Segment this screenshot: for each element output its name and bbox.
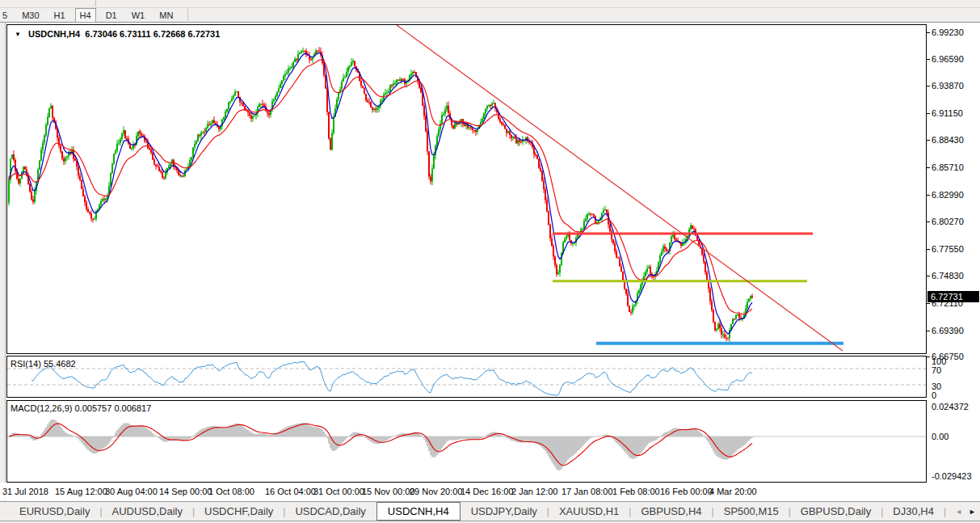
macd-histogram [9,420,752,470]
price-axis-tick [927,32,930,33]
price-axis-tick [927,356,930,357]
price-axis-tick [927,195,930,196]
chart-ohlc-values: 6.73046 6.73111 6.72668 6.72731 [85,29,220,39]
price-axis-label: 6.99230 [932,27,964,37]
macd-label: MACD(12,26,9) 0.005757 0.006817 [11,403,151,413]
timeframe-button-m30[interactable]: M30 [17,8,44,23]
time-axis-label: 16 Feb 00:00 [660,487,713,496]
trading-platform-window: 5M30H1H4D1W1MN ▼ USDCNH,H4 6.73046 6.731… [0,0,980,523]
tab-usdcad-daily[interactable]: USDCAD,Daily [286,503,374,520]
price-axis-tick [927,86,930,86]
tab-gbpusd-h4[interactable]: GBPUSD,H4 [632,503,710,520]
time-axis-label: 31 Oct 00:00 [313,487,364,496]
rsi-chart-canvas [7,356,926,397]
timeframe-button-h4[interactable]: H4 [75,8,96,23]
timeframe-button-w1[interactable]: W1 [127,8,150,23]
ma-slow-line [9,60,752,314]
price-axis-label: 6.80270 [932,217,964,226]
scroll-tabs-right-icon[interactable]: ► [969,508,976,516]
chart-tab-bar: EURUSD,Daily|AUDUSD,Daily|USDCHF,Daily|U… [0,501,980,521]
time-axis-label: 1 Feb 08:00 [612,487,660,496]
price-axis-tick [927,331,930,331]
price-axis-label: 6.82990 [932,190,964,200]
timeframe-button-mn[interactable]: MN [154,8,178,23]
tab-sp500-m15[interactable]: SP500,M15 [715,503,788,520]
timeframe-toolbar: 5M30H1H4D1W1MN [0,0,980,23]
time-axis-label: 30 Aug 04:00 [105,487,158,496]
tab-usdchf-daily[interactable]: USDCHF,Daily [196,503,282,520]
chart-symbol-label: USDCNH,H4 [28,29,80,39]
macd-chart-canvas [7,401,926,482]
time-axis-label: 4 Mar 20:00 [709,487,757,496]
tab-dj30-h4[interactable]: DJ30,H4 [884,503,943,520]
chart-tabs: EURUSD,Daily|AUDUSD,Daily|USDCHF,Daily|U… [0,502,955,521]
tab-gbpusd-daily[interactable]: GBPUSD,Daily [792,503,880,520]
price-axis-tick [927,221,930,222]
tab-xauusd-h1[interactable]: XAUUSD,H1 [550,503,628,520]
rsi-axis-label: 70 [932,365,941,375]
timeframe-button-h1[interactable]: H1 [49,8,70,23]
price-axis-tick [927,249,930,250]
price-axis-label: 6.96590 [932,54,964,64]
down-candle-bodies [14,51,752,339]
time-axis-label: 17 Jan 08:00 [562,487,613,496]
time-axis-label: 16 Oct 04:00 [265,487,316,496]
tab-usdcnh-h4[interactable]: USDCNH,H4 [376,502,461,521]
price-axis-tick [927,303,930,304]
time-axis-label: 2 Jan 12:00 [511,487,558,496]
time-axis-label: 29 Nov 20:00 [410,487,462,496]
macd-axis-label: 0.024372 [932,402,969,411]
rsi-indicator-panel[interactable]: RSI(14) 55.4682 [6,356,927,398]
time-axis-label: 15 Nov 00:00 [362,487,414,496]
price-axis-tick [927,167,930,168]
tab-eurusd-daily[interactable]: EURUSD,Daily [11,503,99,520]
price-axis-label: 6.77550 [932,244,964,254]
window-left-border [0,23,6,501]
chart-title: ▼ USDCNH,H4 6.73046 6.73111 6.72668 6.72… [15,29,220,39]
rsi-line [32,362,752,395]
price-axis-label: 6.91150 [932,108,963,118]
price-axis-label: 6.69390 [932,326,964,335]
down-candle-wicks [14,47,752,341]
timeframe-button-5[interactable]: 5 [1,8,12,23]
macd-axis-label: 0.00 [932,432,948,441]
toolbar-divider [95,0,96,6]
price-axis: 6.992306.965906.938706.911506.884306.857… [927,23,980,483]
tab-scroll-arrows: ◄► [955,508,980,516]
time-axis-label: 31 Jul 2018 [2,487,48,496]
tab-tech100-h1[interactable]: TECH100,H1 [947,503,955,520]
tab-audusd-daily[interactable]: AUDUSD,Daily [103,503,191,520]
time-axis-label: 14 Sep 00:00 [159,487,212,496]
rsi-axis-label: 0 [932,390,936,400]
price-chart-panel[interactable]: ▼ USDCNH,H4 6.73046 6.73111 6.72668 6.72… [6,24,927,354]
price-axis-label: 6.93870 [932,81,964,91]
current-price-tag: 6.72731 [927,291,979,302]
macd-indicator-panel[interactable]: MACD(12,26,9) 0.005757 0.006817 [6,400,927,483]
price-axis-tick [927,140,930,141]
time-axis-label: 1 Oct 08:00 [208,487,254,496]
toolbar-separator [187,7,188,23]
timeframe-buttons-row: 5M30H1H4D1W1MN [0,8,980,23]
macd-axis-label: -0.029423 [932,471,972,481]
price-axis-label: 6.88430 [932,135,964,145]
price-axis-label: 6.85710 [932,162,964,172]
upper-toolbar-edge [0,0,980,8]
time-axis-label: 15 Aug 12:00 [55,487,107,496]
candlestick-chart-canvas[interactable] [7,25,926,353]
price-axis-tick [927,59,930,60]
time-axis: 31 Jul 201815 Aug 12:0030 Aug 04:0014 Se… [0,483,980,500]
scroll-tabs-left-icon[interactable]: ◄ [955,508,962,516]
tab-usdjpy-daily[interactable]: USDJPY,Daily [462,503,546,520]
up-candle-bodies [9,51,751,339]
price-axis-tick [927,113,930,114]
chart-dropdown-icon[interactable]: ▼ [15,31,21,38]
up-candle-wicks [9,48,751,342]
rsi-label: RSI(14) 55.4682 [11,359,76,369]
time-axis-label: 14 Dec 16:00 [461,487,513,496]
descending-trendline [397,25,843,351]
price-axis-tick [927,276,930,276]
chart-client-area: ▼ USDCNH,H4 6.73046 6.73111 6.72668 6.72… [0,23,980,501]
price-axis-label: 6.74830 [932,271,964,280]
timeframe-button-d1[interactable]: D1 [101,8,122,23]
